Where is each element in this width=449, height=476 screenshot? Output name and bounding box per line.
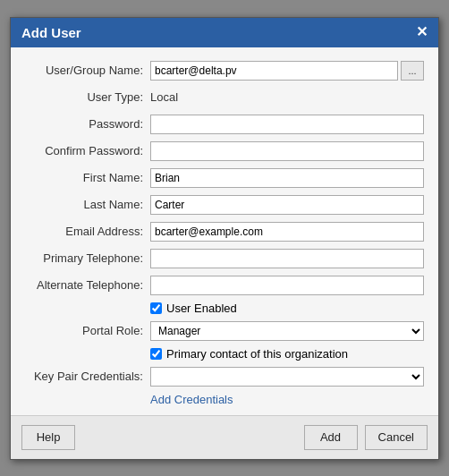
add-user-dialog: Add User ✕ User/Group Name: ... User Typ… [10,17,439,460]
portal-role-row: Portal Role: Manager Admin User Viewer [25,320,424,342]
primary-telephone-field [150,249,424,268]
last-name-input[interactable] [150,195,424,215]
alternate-telephone-input[interactable] [150,276,424,295]
alternate-telephone-label: Alternate Telephone: [25,278,150,292]
last-name-row: Last Name: [25,194,424,216]
portal-role-select[interactable]: Manager Admin User Viewer [150,321,424,341]
close-button[interactable]: ✕ [416,25,428,39]
user-enabled-row: User Enabled [25,302,424,315]
user-group-name-label: User/Group Name: [25,64,150,77]
primary-telephone-row: Primary Telephone: [25,248,424,269]
dialog-footer: Help Add Cancel [11,415,438,459]
alternate-telephone-row: Alternate Telephone: [25,275,424,296]
user-group-name-row: User/Group Name: ... [25,60,424,81]
user-name-wrap: ... [150,61,424,81]
cancel-button[interactable]: Cancel [365,425,428,450]
first-name-input[interactable] [150,168,424,188]
confirm-password-label: Confirm Password: [25,144,150,157]
key-pair-label: Key Pair Credentials: [25,370,150,383]
primary-contact-checkbox[interactable] [150,348,162,360]
first-name-field [150,168,424,188]
user-type-label: User Type: [25,90,150,104]
footer-right-buttons: Add Cancel [304,425,428,450]
email-row: Email Address: [25,221,424,242]
password-input[interactable] [150,115,424,134]
confirm-password-row: Confirm Password: [25,140,424,162]
user-group-name-field: ... [150,61,424,81]
confirm-password-input[interactable] [150,141,424,161]
password-label: Password: [25,117,150,131]
first-name-row: First Name: [25,167,424,189]
password-row: Password: [25,114,424,135]
user-type-static: Local [150,90,178,104]
primary-telephone-label: Primary Telephone: [25,251,150,265]
user-type-value: Local [150,90,424,104]
browse-button[interactable]: ... [401,61,424,81]
password-field [150,115,424,134]
dialog-header: Add User ✕ [11,18,438,47]
confirm-password-field [150,141,424,161]
add-credentials-link[interactable]: Add Credentials [25,393,424,406]
email-field [150,222,424,242]
first-name-label: First Name: [25,171,150,184]
primary-telephone-input[interactable] [150,249,424,268]
last-name-label: Last Name: [25,198,150,211]
help-button[interactable]: Help [21,425,75,450]
portal-role-field: Manager Admin User Viewer [150,321,424,341]
user-group-name-input[interactable] [150,61,398,81]
primary-contact-row: Primary contact of this organization [25,347,424,361]
dialog-body: User/Group Name: ... User Type: Local Pa… [11,47,438,415]
alternate-telephone-field [150,276,424,295]
portal-role-label: Portal Role: [25,324,150,337]
dialog-title: Add User [21,25,81,40]
email-label: Email Address: [25,225,150,238]
user-enabled-checkbox[interactable] [150,302,162,314]
primary-contact-label: Primary contact of this organization [166,347,348,361]
key-pair-row: Key Pair Credentials: [25,366,424,387]
email-input[interactable] [150,222,424,242]
add-button[interactable]: Add [304,425,358,450]
last-name-field [150,195,424,215]
user-type-row: User Type: Local [25,87,424,108]
key-pair-select[interactable] [150,367,424,387]
key-pair-field [150,367,424,387]
user-enabled-label: User Enabled [166,302,237,315]
